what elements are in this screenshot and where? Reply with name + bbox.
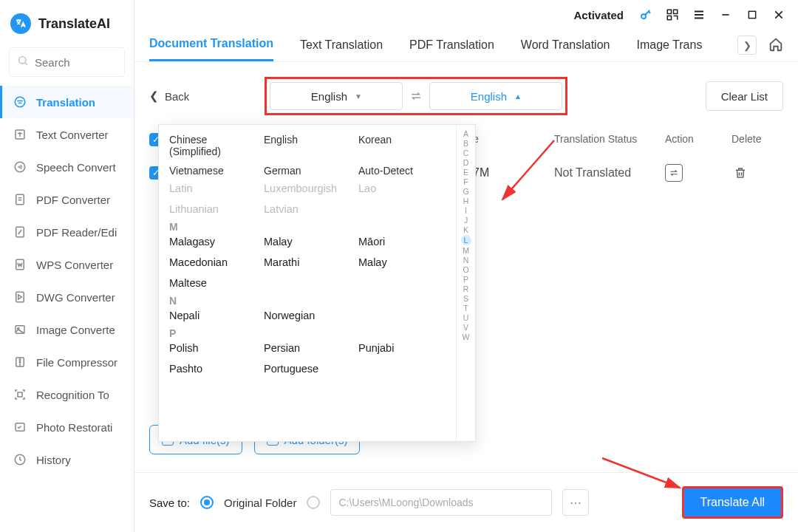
svg-point-1 [15, 97, 25, 107]
back-button[interactable]: ❮ Back [149, 89, 189, 103]
sidebar-item-wps-converter[interactable]: WPS Converter [0, 248, 134, 281]
sidebar-item-file-compressor[interactable]: File Compressor [0, 346, 134, 378]
sidebar-item-recognition[interactable]: Recognition To [0, 378, 134, 411]
alpha-letter[interactable]: C [463, 149, 469, 157]
lang-option[interactable]: Persian [264, 342, 351, 354]
alpha-letter[interactable]: D [463, 158, 469, 167]
target-language-select[interactable]: English ▲ [429, 82, 562, 110]
row-delete-button[interactable] [732, 164, 749, 182]
lang-option[interactable]: Auto-Detect [358, 165, 446, 177]
footer: Save to: Original Folder C:\Users\MLoong… [134, 472, 798, 532]
lang-option[interactable]: Malay [264, 236, 351, 248]
svg-rect-16 [674, 10, 678, 13]
lang-option[interactable]: Korean [358, 134, 446, 157]
lang-option[interactable]: Maltese [169, 277, 256, 289]
browse-path-button[interactable]: ⋯ [562, 489, 589, 516]
sidebar-item-translation[interactable]: Translation [0, 86, 134, 118]
sidebar-item-image-converter[interactable]: Image Converte [0, 313, 134, 346]
lang-option[interactable]: Vietnamese [169, 165, 256, 177]
sidebar-item-pdf-converter[interactable]: PDF Converter [0, 183, 134, 216]
lang-option[interactable]: Chinese (Simplified) [169, 134, 256, 157]
key-icon[interactable] [638, 7, 653, 22]
lang-option[interactable]: Norwegian [264, 310, 351, 321]
radio-original-folder[interactable] [200, 496, 214, 509]
alpha-letter[interactable]: A [463, 129, 468, 138]
tab-text-translation[interactable]: Text Translation [300, 38, 383, 61]
lang-option[interactable]: Malagasy [169, 236, 256, 248]
alpha-letter[interactable]: H [463, 197, 469, 205]
alpha-letter[interactable]: T [463, 304, 468, 313]
sidebar-item-photo-restoration[interactable]: Photo Restorati [0, 411, 134, 443]
language-dropdown: Chinese (Simplified) English Korean Viet… [158, 124, 476, 442]
alpha-letter[interactable]: I [465, 206, 467, 215]
tab-image-translation[interactable]: Image Trans [636, 38, 702, 61]
row-action-button[interactable] [665, 164, 683, 182]
lang-option[interactable]: German [264, 165, 351, 177]
qr-icon[interactable] [665, 7, 680, 22]
alpha-letter[interactable]: N [463, 256, 469, 265]
lang-option[interactable]: Lao [358, 183, 446, 194]
col-size: e [473, 133, 554, 146]
minimize-icon[interactable] [718, 7, 733, 22]
radio-custom-path[interactable] [307, 496, 320, 509]
lang-option[interactable]: Latvian [264, 203, 351, 215]
sidebar-item-speech-convert[interactable]: Speech Convert [0, 151, 134, 183]
translate-all-button[interactable]: Translate All [682, 486, 783, 519]
alpha-letter[interactable]: O [463, 265, 468, 274]
alpha-letter[interactable]: U [463, 313, 469, 322]
alpha-letter[interactable]: P [463, 275, 468, 284]
alpha-letter[interactable]: E [463, 168, 468, 177]
lang-option[interactable]: Luxembourgish [264, 183, 351, 194]
lang-option[interactable]: Nepali [169, 310, 256, 321]
alpha-letter[interactable]: M [463, 246, 469, 255]
lang-option[interactable]: Lithuanian [169, 203, 256, 215]
search-input[interactable] [35, 56, 117, 69]
alpha-letter[interactable]: F [463, 177, 468, 186]
sidebar-item-dwg-converter[interactable]: DWG Converter [0, 281, 134, 313]
alpha-letter[interactable]: S [463, 294, 468, 303]
lang-option[interactable]: English [264, 134, 351, 157]
lang-option[interactable]: Punjabi [358, 342, 446, 354]
svg-rect-18 [748, 11, 755, 18]
activated-label: Activated [573, 9, 624, 21]
sidebar-item-pdf-reader[interactable]: PDF Reader/Edi [0, 216, 134, 248]
lang-option[interactable]: Māori [358, 236, 446, 248]
tab-pdf-translation[interactable]: PDF Translation [409, 38, 494, 61]
row-status: Not Translated [554, 166, 665, 180]
lang-option[interactable]: Malay [358, 256, 446, 268]
svg-point-14 [641, 14, 646, 18]
source-language-select[interactable]: English ▼ [270, 82, 403, 110]
col-action: Action [665, 133, 732, 146]
alpha-letter[interactable]: W [463, 332, 470, 341]
tab-word-translation[interactable]: Word Translation [521, 38, 610, 61]
tab-document-translation[interactable]: Document Translation [149, 37, 273, 61]
lang-option[interactable]: Polish [169, 342, 256, 354]
sidebar-search[interactable] [9, 47, 125, 77]
chevron-down-icon: ▼ [355, 92, 362, 100]
lang-option[interactable]: Pashto [169, 363, 256, 375]
alpha-letter[interactable]: K [463, 225, 468, 234]
maximize-icon[interactable] [745, 7, 760, 22]
toolbar: ❮ Back English ▼ English ▲ Clear List [134, 62, 798, 126]
alpha-section-p: P [169, 327, 446, 339]
sidebar-item-history[interactable]: History [0, 443, 134, 476]
text-converter-icon [13, 127, 27, 142]
lang-option[interactable]: Portuguese [264, 363, 351, 375]
alpha-letter[interactable]: G [463, 187, 468, 196]
lang-option[interactable]: Marathi [264, 256, 351, 268]
alpha-letter[interactable]: B [463, 139, 468, 148]
lang-option[interactable]: Latin [169, 183, 256, 194]
sidebar-item-text-converter[interactable]: Text Converter [0, 118, 134, 151]
clear-list-button[interactable]: Clear List [706, 81, 783, 111]
alpha-letter[interactable]: J [464, 216, 468, 225]
save-path-input[interactable]: C:\Users\MLoong\Downloads [330, 489, 552, 516]
alpha-letter[interactable]: L [461, 235, 471, 245]
menu-icon[interactable] [692, 7, 706, 22]
tabs-scroll-right[interactable]: ❯ [737, 35, 757, 55]
alpha-letter[interactable]: R [463, 284, 469, 293]
alpha-letter[interactable]: V [463, 323, 468, 332]
home-icon[interactable] [765, 34, 786, 55]
lang-option[interactable]: Macedonian [169, 256, 256, 268]
swap-languages-button[interactable] [403, 89, 429, 103]
close-icon[interactable] [771, 7, 786, 22]
